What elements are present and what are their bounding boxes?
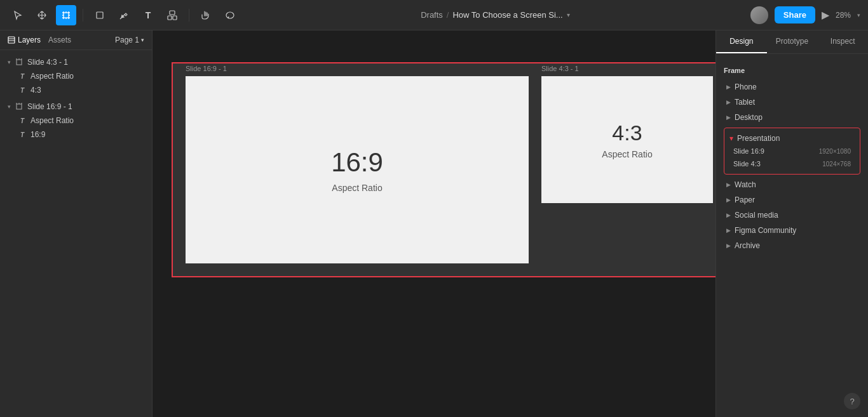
category-tablet[interactable]: ▶ Tablet — [724, 95, 860, 110]
pres-item-slide43-label: Slide 4:3 — [733, 160, 761, 168]
svg-rect-21 — [17, 60, 22, 65]
slide-169-ratio: 16:9 — [331, 147, 383, 178]
category-paper-label: Paper — [735, 195, 755, 204]
slide-169-frame[interactable]: 16:9 Aspect Ratio — [186, 76, 529, 263]
svg-rect-0 — [64, 13, 69, 18]
svg-rect-18 — [8, 37, 15, 43]
svg-rect-15 — [168, 16, 172, 20]
zoom-label[interactable]: 28% — [836, 11, 851, 20]
text-icon-1: T — [18, 72, 27, 81]
category-desktop-label: Desktop — [735, 113, 763, 122]
category-presentation[interactable]: ▾ Presentation — [729, 132, 855, 145]
layers-tab-label: Layers — [18, 36, 41, 44]
layer-aspect-ratio-2-label: Aspect Ratio — [31, 116, 74, 125]
category-phone-label: Phone — [735, 83, 757, 91]
tab-layers[interactable]: Layers — [8, 36, 41, 44]
canvas[interactable]: Slide 16:9 - 1 16:9 Aspect Ratio Slide 4… — [153, 30, 715, 417]
layer-slide169-label: Slide 16:9 - 1 — [27, 102, 72, 111]
share-button[interactable]: Share — [775, 6, 815, 23]
tab-prototype[interactable]: Prototype — [767, 30, 818, 53]
slide-43-wrapper[interactable]: Slide 4:3 - 1 4:3 Aspect Ratio — [541, 76, 713, 203]
category-tablet-label: Tablet — [735, 98, 755, 107]
zoom-chevron-icon: ▾ — [857, 12, 860, 18]
play-button[interactable]: ▶ — [822, 9, 829, 21]
category-paper[interactable]: ▶ Paper — [724, 192, 860, 208]
help-button[interactable]: ? — [844, 393, 860, 409]
arrow-figma-icon: ▶ — [726, 227, 731, 234]
layer-ratio-169[interactable]: T 16:9 — [0, 128, 152, 142]
right-panel: Design Prototype Inspect Frame ▶ Phone ▶… — [715, 30, 868, 417]
breadcrumb-current[interactable]: How To Choose a Screen Si... — [452, 10, 562, 20]
category-presentation-section: ▾ Presentation Slide 16:9 1920×1080 Slid… — [724, 128, 860, 175]
frame-section-header: Frame — [724, 67, 860, 74]
breadcrumb-chevron[interactable]: ▾ — [567, 11, 570, 18]
assets-tab-label: Assets — [48, 36, 71, 44]
svg-point-17 — [226, 12, 234, 18]
category-figma-community-label: Figma Community — [735, 226, 796, 235]
layer-aspect-ratio-1[interactable]: T Aspect Ratio — [0, 69, 152, 83]
canvas-selection-frame: Slide 16:9 - 1 16:9 Aspect Ratio Slide 4… — [172, 62, 715, 277]
slide-43-frame[interactable]: 4:3 Aspect Ratio — [541, 76, 713, 203]
avatar — [750, 6, 768, 24]
panel-tabs: Layers Assets Page 1 ▾ — [0, 30, 152, 50]
shape-tool[interactable] — [90, 5, 110, 25]
left-panel: Layers Assets Page 1 ▾ ▾ — [0, 30, 153, 417]
slide-169-label: Slide 16:9 - 1 — [186, 65, 227, 72]
page-selector-label: Page 1 — [115, 36, 139, 44]
layer-group-slide43: ▾ Slide 4:3 - 1 T Aspect Ratio — [0, 54, 152, 98]
toolbar-right: Share ▶ 28% ▾ — [750, 6, 860, 24]
move-tool[interactable] — [32, 5, 52, 25]
slide-43-subtitle: Aspect Ratio — [602, 149, 652, 159]
tab-design[interactable]: Design — [716, 30, 767, 53]
category-archive[interactable]: ▶ Archive — [724, 238, 860, 253]
category-watch-label: Watch — [735, 180, 756, 189]
svg-rect-13 — [97, 12, 103, 18]
toolbar-tools: T — [8, 5, 240, 25]
page-selector[interactable]: Page 1 ▾ — [115, 36, 144, 44]
component-tool[interactable] — [162, 5, 182, 25]
slide-169-wrapper[interactable]: Slide 16:9 - 1 16:9 Aspect Ratio — [186, 76, 529, 263]
category-desktop[interactable]: ▶ Desktop — [724, 110, 860, 125]
pres-item-slide169[interactable]: Slide 16:9 1920×1080 — [729, 145, 855, 157]
hand-tool[interactable] — [196, 5, 216, 25]
divider-2 — [189, 9, 189, 22]
select-tool[interactable] — [8, 5, 28, 25]
layer-slide43-1[interactable]: ▾ Slide 4:3 - 1 — [0, 55, 152, 69]
pres-item-slide169-size: 1920×1080 — [819, 148, 851, 155]
pen-tool[interactable] — [114, 5, 134, 25]
text-icon-3: T — [18, 116, 27, 125]
arrow-watch-icon: ▶ — [726, 182, 731, 188]
divider-1 — [83, 9, 83, 22]
arrow-desktop-icon: ▶ — [726, 114, 731, 121]
slide-43-ratio: 4:3 — [612, 121, 642, 145]
layer-slide169-1[interactable]: ▾ Slide 16:9 - 1 — [0, 100, 152, 114]
svg-rect-14 — [170, 11, 175, 15]
category-watch[interactable]: ▶ Watch — [724, 177, 860, 192]
layer-aspect-ratio-1-label: Aspect Ratio — [31, 72, 74, 81]
breadcrumb-parent[interactable]: Drafts — [421, 10, 443, 20]
tab-assets[interactable]: Assets — [48, 36, 71, 44]
layers-list: ▾ Slide 4:3 - 1 T Aspect Ratio — [0, 50, 152, 147]
arrow-phone-icon: ▶ — [726, 84, 731, 90]
layer-slide43-label: Slide 4:3 - 1 — [27, 58, 68, 67]
layer-ratio-169-label: 16:9 — [31, 130, 45, 139]
frame-tool[interactable] — [56, 5, 76, 25]
layer-aspect-ratio-2[interactable]: T Aspect Ratio — [0, 114, 152, 128]
toolbar: T Drafts / How To Choose a Screen Si... … — [0, 0, 868, 30]
layer-group-slide169: ▾ Slide 16:9 - 1 T Aspect Ratio — [0, 98, 152, 143]
svg-rect-25 — [17, 104, 22, 109]
layer-ratio-43-label: 4:3 — [31, 86, 41, 95]
category-social-media[interactable]: ▶ Social media — [724, 208, 860, 223]
category-figma-community[interactable]: ▶ Figma Community — [724, 223, 860, 238]
pres-item-slide43[interactable]: Slide 4:3 1024×768 — [729, 157, 855, 170]
pres-item-slide43-size: 1024×768 — [822, 161, 851, 168]
tab-inspect[interactable]: Inspect — [817, 30, 868, 53]
frame-expand-icon: ▾ — [8, 59, 11, 65]
comment-tool[interactable] — [220, 5, 240, 25]
page-chevron-icon: ▾ — [141, 37, 144, 43]
arrow-presentation-icon: ▾ — [729, 134, 733, 143]
category-phone[interactable]: ▶ Phone — [724, 79, 860, 95]
text-tool[interactable]: T — [138, 5, 158, 25]
layer-ratio-43[interactable]: T 4:3 — [0, 83, 152, 97]
breadcrumb-separator: / — [447, 10, 449, 20]
